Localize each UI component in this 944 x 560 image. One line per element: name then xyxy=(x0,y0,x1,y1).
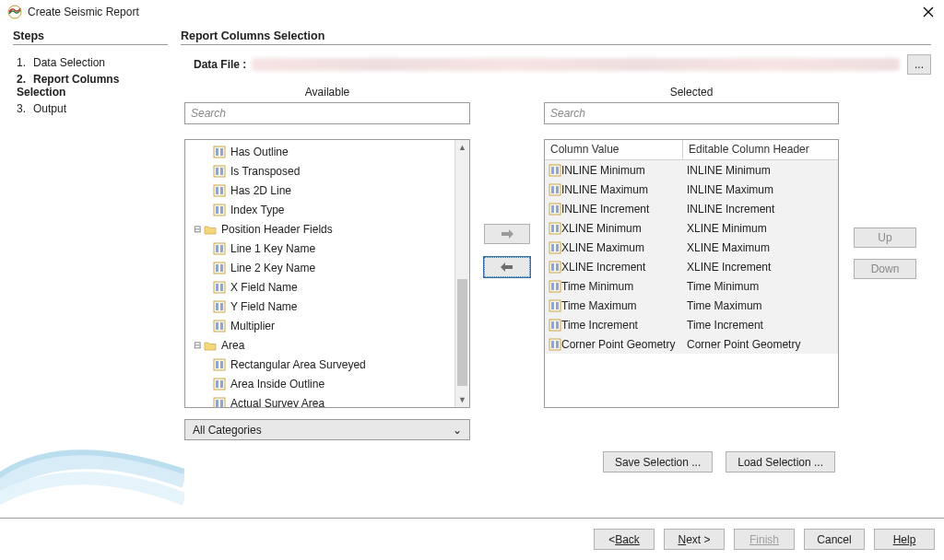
reorder-buttons: Up Down xyxy=(850,228,920,279)
svg-rect-43 xyxy=(551,186,554,193)
table-row[interactable]: INLINE MinimumINLINE Minimum xyxy=(545,160,838,180)
tree-column-item[interactable]: Line 1 Key Name xyxy=(185,239,469,258)
selected-search-input[interactable]: Search xyxy=(544,102,839,124)
svg-rect-63 xyxy=(549,320,560,331)
steps-heading: Steps xyxy=(13,29,168,45)
table-row[interactable]: XLINE MinimumXLINE Minimum xyxy=(545,218,838,238)
expander-icon[interactable]: ⊟ xyxy=(191,340,204,350)
tree-column-item[interactable]: Rectangular Area Surveyed xyxy=(185,355,469,374)
svg-rect-35 xyxy=(220,380,223,388)
transfer-buttons xyxy=(470,224,544,277)
browse-button[interactable]: ... xyxy=(907,54,931,75)
finish-button: Finish xyxy=(734,529,795,550)
svg-rect-51 xyxy=(549,242,560,253)
back-button[interactable]: < Back xyxy=(594,529,655,550)
svg-rect-48 xyxy=(549,223,560,234)
tree-column-item[interactable]: Area Inside Outline xyxy=(185,374,469,393)
table-row[interactable]: XLINE IncrementXLINE Increment xyxy=(545,257,838,276)
load-selection-button[interactable]: Load Selection ... xyxy=(726,451,835,472)
steps-panel: Steps 1.Data Selection2.Report Columns S… xyxy=(13,29,175,508)
svg-rect-50 xyxy=(556,225,559,232)
svg-rect-60 xyxy=(549,300,560,311)
down-button[interactable]: Down xyxy=(854,259,916,279)
save-selection-button[interactable]: Save Selection ... xyxy=(603,451,713,472)
svg-rect-58 xyxy=(551,283,554,290)
svg-rect-37 xyxy=(216,400,218,407)
up-button[interactable]: Up xyxy=(854,228,916,248)
svg-rect-46 xyxy=(551,205,554,213)
tree-column-item[interactable]: Has Outline xyxy=(185,142,469,161)
svg-rect-53 xyxy=(556,244,559,251)
tree-column-item[interactable]: Index Type xyxy=(185,200,469,219)
svg-rect-19 xyxy=(216,264,218,272)
svg-rect-61 xyxy=(551,302,554,309)
svg-rect-13 xyxy=(216,206,218,214)
table-row[interactable]: Time MinimumTime Minimum xyxy=(545,276,838,296)
svg-rect-10 xyxy=(216,187,218,194)
svg-rect-26 xyxy=(220,303,223,310)
category-select[interactable]: All Categories ⌄ xyxy=(184,419,470,440)
move-left-button[interactable] xyxy=(484,257,530,277)
svg-rect-6 xyxy=(214,166,225,177)
scrollbar[interactable]: ▲ ▼ xyxy=(454,140,469,407)
tree-column-item[interactable]: Y Field Name xyxy=(185,297,469,316)
svg-rect-12 xyxy=(214,204,225,216)
table-row[interactable]: Time MaximumTime Maximum xyxy=(545,296,838,315)
svg-rect-62 xyxy=(556,302,559,309)
available-search-input[interactable]: Search xyxy=(184,102,470,124)
table-row[interactable]: Time IncrementTime Increment xyxy=(545,315,838,334)
svg-rect-30 xyxy=(214,359,225,370)
content-heading: Report Columns Selection xyxy=(181,29,931,45)
step-item: 1.Data Selection xyxy=(13,54,168,71)
table-row[interactable]: XLINE MaximumXLINE Maximum xyxy=(545,238,838,257)
cancel-button[interactable]: Cancel xyxy=(804,529,865,550)
content-panel: Report Columns Selection Data File : ...… xyxy=(175,29,931,508)
data-file-path xyxy=(252,58,900,71)
close-icon[interactable] xyxy=(920,4,937,20)
tree-folder[interactable]: ⊟Area xyxy=(185,335,469,355)
help-button[interactable]: Help xyxy=(874,529,935,550)
table-row[interactable]: Corner Point GeometryCorner Point Geomet… xyxy=(545,334,838,354)
svg-rect-54 xyxy=(549,262,560,273)
svg-rect-49 xyxy=(551,225,554,232)
svg-rect-4 xyxy=(216,148,218,156)
scroll-thumb[interactable] xyxy=(457,279,467,386)
col-header-editable: Editable Column Header xyxy=(683,140,838,159)
tree-column-item[interactable]: Actual Survey Area xyxy=(185,393,469,408)
scroll-down-icon[interactable]: ▼ xyxy=(455,392,469,407)
window-title: Create Seismic Report xyxy=(28,6,920,18)
svg-rect-24 xyxy=(214,301,225,312)
expander-icon[interactable]: ⊟ xyxy=(191,224,204,234)
table-row[interactable]: INLINE IncrementINLINE Increment xyxy=(545,199,838,218)
available-tree[interactable]: Has OutlineIs TransposedHas 2D LineIndex… xyxy=(184,139,470,408)
scroll-up-icon[interactable]: ▲ xyxy=(455,140,469,155)
svg-rect-18 xyxy=(214,262,225,274)
tree-column-item[interactable]: Has 2D Line xyxy=(185,181,469,200)
step-item: 2.Report Columns Selection xyxy=(13,71,168,100)
svg-rect-28 xyxy=(216,322,218,330)
tree-column-item[interactable]: Line 2 Key Name xyxy=(185,258,469,277)
svg-rect-11 xyxy=(220,187,223,194)
svg-rect-14 xyxy=(220,206,223,214)
svg-rect-52 xyxy=(551,244,554,251)
selected-table[interactable]: Column Value Editable Column Header INLI… xyxy=(544,139,839,408)
tree-folder[interactable]: ⊟Position Header Fields xyxy=(185,219,469,239)
svg-rect-20 xyxy=(220,264,223,272)
available-heading: Available xyxy=(184,86,470,102)
svg-rect-56 xyxy=(556,263,559,271)
tree-column-item[interactable]: X Field Name xyxy=(185,277,469,297)
tree-column-item[interactable]: Is Transposed xyxy=(185,161,469,181)
table-row[interactable]: INLINE MaximumINLINE Maximum xyxy=(545,180,838,199)
svg-rect-55 xyxy=(551,263,554,271)
svg-rect-34 xyxy=(216,380,218,388)
tree-column-item[interactable]: Multiplier xyxy=(185,316,469,335)
svg-rect-29 xyxy=(220,322,223,330)
svg-rect-27 xyxy=(214,321,225,332)
next-button[interactable]: Next > xyxy=(664,529,725,550)
svg-rect-23 xyxy=(220,284,223,291)
data-file-label: Data File : xyxy=(194,58,246,71)
move-right-button[interactable] xyxy=(484,224,530,244)
selected-heading: Selected xyxy=(544,86,839,102)
svg-rect-39 xyxy=(549,165,560,176)
svg-rect-45 xyxy=(549,204,560,215)
